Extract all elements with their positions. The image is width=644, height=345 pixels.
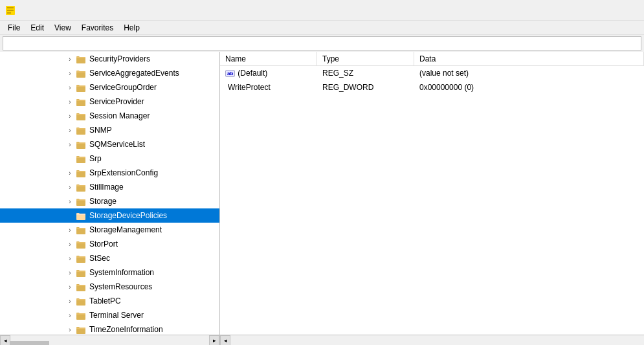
folder-icon	[75, 197, 87, 206]
tree-item[interactable]: › Terminal Server	[0, 308, 219, 322]
tree-item[interactable]: › StillImage	[0, 180, 219, 194]
tree-item-label: SQMServiceList	[89, 140, 145, 149]
tree-item-label: Terminal Server	[89, 311, 144, 320]
main-content: › SecurityProviders› ServiceAggregatedEv…	[0, 52, 644, 335]
chevron-icon: ›	[65, 326, 75, 333]
address-bar	[3, 36, 641, 50]
value-data-cell: 0x00000000 (0)	[414, 82, 644, 93]
svg-rect-1	[7, 7, 14, 8]
folder-icon	[75, 83, 87, 92]
tree-item[interactable]: › StSec	[0, 251, 219, 265]
chevron-icon: ›	[65, 170, 75, 177]
tree-item[interactable]: › StorageManagement	[0, 223, 219, 237]
folder-icon	[75, 54, 87, 63]
folder-icon	[75, 183, 87, 192]
chevron-icon: ›	[65, 113, 75, 120]
folder-icon	[75, 211, 87, 220]
tree-item[interactable]: › StorPort	[0, 237, 219, 251]
scroll-right-btn[interactable]: ▸	[209, 335, 219, 346]
tree-item-label: ServiceAggregatedEvents	[89, 69, 179, 78]
tree-item-label: SrpExtensionConfig	[89, 168, 158, 177]
tree-item-label: Srp	[89, 154, 102, 163]
folder-icon	[75, 225, 87, 234]
tree-item-label: SystemResources	[89, 282, 152, 291]
svg-rect-3	[7, 12, 11, 14]
window-controls	[550, 0, 639, 21]
chevron-icon: ›	[65, 298, 75, 305]
menu-item-favorites[interactable]: Favorites	[76, 22, 118, 34]
tree-item[interactable]: › ServiceAggregatedEvents	[0, 66, 219, 80]
scroll-left-btn[interactable]: ◂	[0, 335, 10, 346]
menu-item-file[interactable]: File	[3, 22, 25, 34]
close-button[interactable]	[609, 0, 639, 21]
folder-icon	[75, 239, 87, 249]
folder-icon	[75, 282, 87, 291]
tree-item[interactable]: › TimeZoneInformation	[0, 322, 219, 335]
folder-icon	[75, 97, 87, 106]
column-header-type: Type	[317, 52, 414, 65]
value-name-cell: WriteProtect	[220, 82, 317, 93]
tree-item-label: ServiceProvider	[89, 97, 144, 106]
svg-rect-2	[7, 10, 14, 11]
folder-icon	[75, 126, 87, 135]
tree-item[interactable]: StorageDevicePolicies	[0, 208, 219, 223]
tree-item-label: TabletPC	[89, 296, 121, 306]
chevron-icon: ›	[65, 70, 75, 77]
chevron-icon: ›	[65, 241, 75, 248]
value-name-text: (Default)	[238, 69, 267, 78]
tree-horizontal-scroll[interactable]: ◂ ▸	[0, 335, 220, 345]
tree-item[interactable]: › ServiceGroupOrder	[0, 80, 219, 95]
tree-item-label: SecurityProviders	[89, 54, 150, 63]
chevron-icon: ›	[65, 255, 75, 262]
tree-item[interactable]: › SystemResources	[0, 280, 219, 294]
value-row[interactable]: ab(Default)REG_SZ(value not set)	[220, 66, 644, 80]
values-panel: Name Type Data ab(Default)REG_SZ(value n…	[220, 52, 644, 335]
tree-item[interactable]: › SQMServiceList	[0, 137, 219, 151]
bottom-scroll-area: ◂ ▸ ◂ ▸	[0, 335, 644, 345]
chevron-icon: ›	[65, 312, 75, 319]
chevron-icon: ›	[65, 56, 75, 63]
chevron-icon: ›	[65, 184, 75, 191]
value-type-cell: REG_SZ	[317, 67, 414, 79]
value-type-cell: REG_DWORD	[317, 82, 414, 93]
tree-item-label: TimeZoneInformation	[89, 325, 163, 334]
tree-item[interactable]: › SystemInformation	[0, 265, 219, 280]
folder-icon	[75, 111, 87, 120]
minimize-button[interactable]	[550, 0, 579, 21]
value-name-cell: ab(Default)	[220, 67, 317, 79]
chevron-icon: ›	[65, 127, 75, 134]
values-horizontal-scroll[interactable]: ◂ ▸	[220, 335, 644, 345]
tree-item[interactable]: › ServiceProvider	[0, 95, 219, 109]
folder-icon	[75, 140, 87, 149]
tree-item-label: Storage	[89, 197, 117, 206]
column-header-name: Name	[220, 52, 317, 65]
chevron-icon: ›	[65, 227, 75, 234]
tree-item-label: ServiceGroupOrder	[89, 83, 157, 92]
tree-item[interactable]: › SecurityProviders	[0, 52, 219, 66]
scroll-left-btn-right[interactable]: ◂	[220, 335, 230, 345]
tree-item[interactable]: Srp	[0, 151, 219, 166]
values-header: Name Type Data	[220, 52, 644, 66]
tree-item[interactable]: › TabletPC	[0, 294, 219, 308]
values-list: ab(Default)REG_SZ(value not set) WritePr…	[220, 66, 644, 335]
title-bar-left	[5, 5, 19, 16]
tree-item[interactable]: › SrpExtensionConfig	[0, 166, 219, 180]
tree-scroll[interactable]: › SecurityProviders› ServiceAggregatedEv…	[0, 52, 219, 335]
tree-item[interactable]: › Session Manager	[0, 109, 219, 123]
tree-panel: › SecurityProviders› ServiceAggregatedEv…	[0, 52, 220, 335]
menu-item-edit[interactable]: Edit	[25, 22, 49, 34]
menu-item-help[interactable]: Help	[118, 22, 145, 34]
maximize-button[interactable]	[579, 0, 609, 21]
tree-item-label: SNMP	[89, 126, 112, 135]
chevron-icon: ›	[65, 98, 75, 106]
tree-item[interactable]: › SNMP	[0, 123, 219, 137]
folder-icon	[75, 154, 87, 163]
tree-item-label: StorageDevicePolicies	[89, 211, 167, 220]
value-row[interactable]: WriteProtectREG_DWORD0x00000000 (0)	[220, 80, 644, 95]
tree-item[interactable]: › Storage	[0, 194, 219, 208]
chevron-icon: ›	[65, 84, 75, 91]
chevron-icon: ›	[65, 284, 75, 291]
chevron-icon: ›	[65, 198, 75, 205]
menu-item-view[interactable]: View	[49, 22, 76, 34]
reg-ab-icon: ab	[225, 70, 235, 77]
